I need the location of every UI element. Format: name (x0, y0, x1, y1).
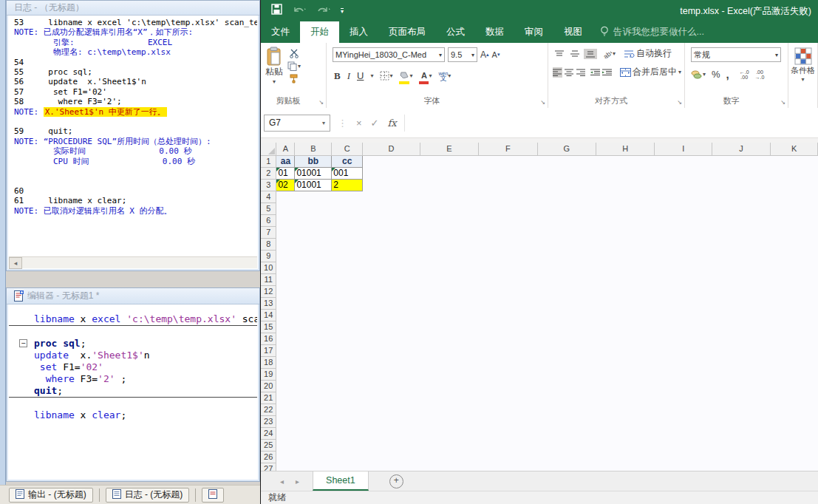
grid-cell-D19[interactable] (363, 368, 420, 380)
grid-cell-D10[interactable] (363, 262, 420, 273)
phonetic-guide-icon[interactable]: wén文▾ (438, 71, 451, 81)
grid-cell-B1[interactable]: bb (295, 155, 332, 167)
grid-cell-G10[interactable] (537, 262, 596, 273)
grid-cell-I25[interactable] (655, 439, 712, 451)
row-header-6[interactable]: 6 (261, 214, 276, 226)
grid-cell-K24[interactable] (771, 427, 818, 439)
grid-cell-F27[interactable] (479, 463, 537, 471)
grid-cell-E6[interactable] (420, 214, 478, 226)
grid-cell-K3[interactable] (771, 179, 818, 191)
sheet-nav-left-icon[interactable]: ◂ (280, 477, 284, 486)
grid-cell-C9[interactable] (332, 250, 363, 262)
grid-cell-D16[interactable] (363, 333, 420, 344)
grid-cell-J10[interactable] (712, 262, 770, 273)
column-header-H[interactable]: H (596, 143, 654, 155)
column-header-C[interactable]: C (332, 143, 363, 155)
grid-cell-K4[interactable] (771, 191, 818, 202)
grid-cell-G7[interactable] (537, 226, 596, 238)
ribbon-tab-插入[interactable]: 插入 (339, 21, 378, 43)
column-header-G[interactable]: G (537, 143, 596, 155)
grid-cell-F2[interactable] (479, 167, 537, 179)
grid-cell-K26[interactable] (771, 451, 818, 463)
grid-cell-A27[interactable] (276, 463, 295, 471)
grid-cell-C13[interactable] (332, 297, 363, 309)
grid-cell-A16[interactable] (276, 333, 295, 344)
grid-cell-K10[interactable] (771, 262, 818, 273)
grid-cell-E25[interactable] (420, 439, 478, 451)
grid-cell-K7[interactable] (771, 226, 818, 238)
align-right-icon[interactable] (576, 67, 585, 78)
grid-cell-A4[interactable] (276, 191, 295, 202)
grid-cell-D11[interactable] (363, 273, 420, 285)
bold-button[interactable]: B (334, 70, 341, 82)
grid-cell-C2[interactable]: 001 (332, 167, 363, 179)
grid-cell-J21[interactable] (712, 392, 770, 403)
accounting-format-icon[interactable]: ▾ (691, 70, 706, 79)
grid-cell-C16[interactable] (332, 333, 363, 344)
grid-cell-A22[interactable] (276, 403, 295, 415)
grid-cell-J15[interactable] (712, 321, 770, 333)
grid-cell-H22[interactable] (596, 403, 654, 415)
grid-cell-F1[interactable] (479, 155, 537, 167)
grid-cell-E2[interactable] (420, 167, 478, 179)
grid-cell-K6[interactable] (771, 214, 818, 226)
grid-cell-C4[interactable] (332, 191, 363, 202)
grid-cell-K1[interactable] (771, 155, 818, 167)
grid-cell-B5[interactable] (295, 202, 332, 214)
grid-cell-F25[interactable] (479, 439, 537, 451)
grid-cell-G12[interactable] (537, 285, 596, 297)
grid-cell-C7[interactable] (332, 226, 363, 238)
grid-cell-B2[interactable]: 01001 (295, 167, 332, 179)
column-header-J[interactable]: J (712, 143, 770, 155)
grid-cell-A19[interactable] (276, 368, 295, 380)
grid-cell-E14[interactable] (420, 309, 478, 321)
grid-cell-H21[interactable] (596, 392, 654, 403)
grid-cell-E3[interactable] (420, 179, 478, 191)
grid-cell-H14[interactable] (596, 309, 654, 321)
row-header-4[interactable]: 4 (261, 191, 276, 202)
grid-cell-F19[interactable] (479, 368, 537, 380)
grid-cell-H15[interactable] (596, 321, 654, 333)
grid-cell-G14[interactable] (537, 309, 596, 321)
grid-cell-E4[interactable] (420, 191, 478, 202)
grid-cell-J2[interactable] (712, 167, 770, 179)
grid-cell-E1[interactable] (420, 155, 478, 167)
grid-cell-F4[interactable] (479, 191, 537, 202)
alignment-dialog-launcher-icon[interactable]: ↘ (677, 99, 682, 106)
row-header-21[interactable]: 21 (261, 392, 276, 403)
row-header-8[interactable]: 8 (261, 238, 276, 250)
grid-cell-G17[interactable] (537, 344, 596, 356)
grid-cell-A24[interactable] (276, 427, 295, 439)
grid-cell-A10[interactable] (276, 262, 295, 273)
grid-cell-A9[interactable] (276, 250, 295, 262)
font-name-combo[interactable]: MYingHei_18030_C-Med▾ (333, 47, 445, 62)
grid-cell-I12[interactable] (655, 285, 712, 297)
grid-cell-I20[interactable] (655, 380, 712, 392)
grid-cell-D26[interactable] (363, 451, 420, 463)
grid-cell-E19[interactable] (420, 368, 478, 380)
grid-cell-E11[interactable] (420, 273, 478, 285)
grid-cell-B11[interactable] (295, 273, 332, 285)
grid-cell-G5[interactable] (537, 202, 596, 214)
grid-cell-F6[interactable] (479, 214, 537, 226)
grid-cell-B12[interactable] (295, 285, 332, 297)
grid-cell-G20[interactable] (537, 380, 596, 392)
grid-cell-C12[interactable] (332, 285, 363, 297)
grid-cell-J18[interactable] (712, 356, 770, 368)
grid-cell-I2[interactable] (655, 167, 712, 179)
number-dialog-launcher-icon[interactable]: ↘ (780, 99, 785, 106)
grid-cell-E5[interactable] (420, 202, 478, 214)
grid-cell-H26[interactable] (596, 451, 654, 463)
sheet-tab-sheet1[interactable]: Sheet1 (313, 471, 369, 491)
grid-cell-K5[interactable] (771, 202, 818, 214)
grid-cell-D17[interactable] (363, 344, 420, 356)
grid-cell-J19[interactable] (712, 368, 770, 380)
grid-cell-K12[interactable] (771, 285, 818, 297)
tell-me-box[interactable]: 告诉我您想要做什么... (593, 21, 712, 43)
grid-cell-G13[interactable] (537, 297, 596, 309)
grid-cell-C21[interactable] (332, 392, 363, 403)
align-left-icon[interactable] (553, 67, 562, 78)
grid-cell-H17[interactable] (596, 344, 654, 356)
column-header-F[interactable]: F (479, 143, 537, 155)
grid-cell-G9[interactable] (537, 250, 596, 262)
